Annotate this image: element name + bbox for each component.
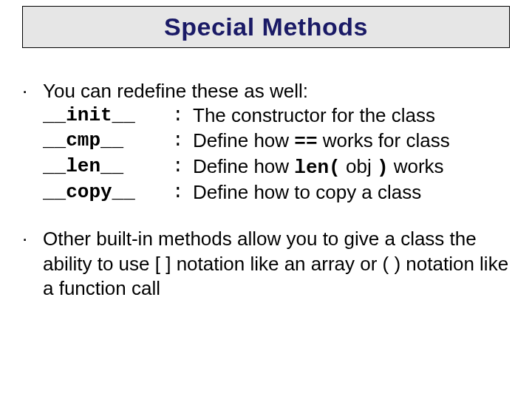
slide-content: · You can redefine these as well: __init… [22,79,510,301]
fn-close: ) [377,157,389,179]
bullet-intro: You can redefine these as well: [43,79,510,103]
method-name: __len__ [43,154,172,180]
method-row-init: __init__ : The constructor for the class [43,103,510,128]
bullet-text: Other built-in methods allow you to give… [43,227,510,301]
fn-open: len( [294,157,340,179]
bullet-icon: · [22,227,43,301]
method-colon: : [172,129,193,154]
slide: Special Methods · You can redefine these… [0,0,532,338]
method-colon: : [172,103,193,128]
desc-text: Define how [193,129,294,151]
bullet-icon: · [22,79,43,205]
desc-text: works for class [318,129,450,151]
method-colon: : [172,154,193,180]
slide-title: Special Methods [23,13,509,41]
desc-text: Define how [193,155,294,177]
method-desc: The constructor for the class [193,103,510,128]
arg-text: obj [341,155,377,177]
method-desc: Define how to copy a class [193,180,510,205]
method-desc: Define how len( obj ) works [193,154,510,180]
method-row-len: __len__ : Define how len( obj ) works [43,154,510,180]
bullet-item: · Other built-in methods allow you to gi… [22,227,510,301]
bullet-item: · You can redefine these as well: __init… [22,79,510,205]
method-desc: Define how == works for class [193,129,510,154]
desc-text: works [389,155,444,177]
method-name: __init__ [43,103,172,128]
title-bar: Special Methods [22,6,510,48]
operator: == [294,131,317,153]
method-colon: : [172,180,193,205]
method-row-cmp: __cmp__ : Define how == works for class [43,129,510,154]
method-row-copy: __copy__ : Define how to copy a class [43,180,510,205]
method-name: __copy__ [43,180,172,205]
method-name: __cmp__ [43,129,172,154]
bullet-body: You can redefine these as well: __init__… [43,79,510,205]
